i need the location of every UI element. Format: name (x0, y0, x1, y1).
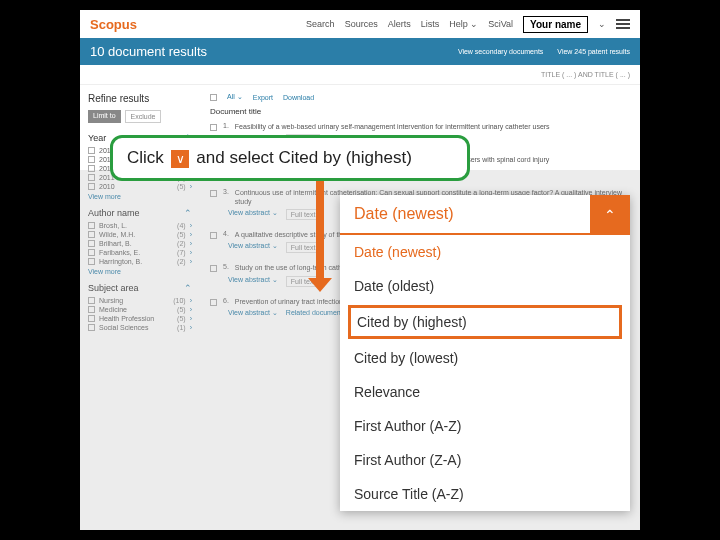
chevron-right-icon: › (190, 222, 192, 229)
doc-checkbox[interactable] (210, 124, 217, 131)
checkbox-icon[interactable] (88, 297, 95, 304)
sort-dropdown-title: Date (newest) (340, 195, 590, 235)
column-header-title: Document title (210, 107, 630, 116)
facet-subject-title[interactable]: Subject area (88, 283, 139, 293)
chevron-right-icon: › (190, 183, 192, 190)
view-abstract-link[interactable]: View abstract ⌄ (228, 209, 278, 220)
chevron-right-icon: › (190, 306, 192, 313)
checkbox-icon[interactable] (88, 258, 95, 265)
facet-author-title[interactable]: Author name (88, 208, 140, 218)
facet-subject-item[interactable]: Nursing(10)› (88, 297, 192, 304)
facet-subject-item[interactable]: Health Profession(5)› (88, 315, 192, 322)
view-abstract-link[interactable]: View abstract ⌄ (228, 276, 278, 287)
nav-sources[interactable]: Sources (345, 19, 378, 29)
select-all-checkbox[interactable] (210, 94, 217, 101)
doc-checkbox[interactable] (210, 299, 217, 306)
sort-option-cited-highest[interactable]: Cited by (highest) (348, 305, 622, 339)
sort-option-first-author-az[interactable]: First Author (A-Z) (340, 409, 630, 443)
brand-logo[interactable]: Scopus (90, 17, 137, 32)
instruction-callout: Click ∨ and select Cited by (highest) (110, 135, 470, 181)
facet-author-item[interactable]: Brilhart, B.(2)› (88, 240, 192, 247)
checkbox-icon[interactable] (88, 156, 95, 163)
facet-author-item[interactable]: Faribanks, E.(7)› (88, 249, 192, 256)
query-display: TITLE ( ... ) AND TITLE ( ... ) (80, 65, 640, 85)
limit-to-button[interactable]: Limit to (88, 110, 121, 123)
sort-option-source-title-az[interactable]: Source Title (A-Z) (340, 477, 630, 511)
facet-year-title[interactable]: Year (88, 133, 106, 143)
chevron-down-icon[interactable]: ⌄ (598, 19, 606, 29)
arrow-down-icon (316, 178, 324, 278)
checkbox-icon[interactable] (88, 249, 95, 256)
facet-author-item[interactable]: Wilde, M.H.(5)› (88, 231, 192, 238)
user-menu[interactable]: Your name (523, 16, 588, 33)
results-count-title: 10 document results (90, 44, 207, 59)
checkbox-icon[interactable] (88, 231, 95, 238)
doc-checkbox[interactable] (210, 232, 217, 239)
top-nav: Search Sources Alerts Lists Help ⌄ SciVa… (306, 16, 630, 33)
checkbox-icon[interactable] (88, 165, 95, 172)
chevron-right-icon: › (190, 315, 192, 322)
checkbox-icon[interactable] (88, 315, 95, 322)
facet-subject-item[interactable]: Medicine(5)› (88, 306, 192, 313)
view-more-link[interactable]: View more (88, 268, 192, 275)
chevron-down-icon: ∨ (171, 150, 189, 168)
view-abstract-link[interactable]: View abstract ⌄ (228, 242, 278, 253)
facet-author-item[interactable]: Harrington, B.(2)› (88, 258, 192, 265)
view-abstract-link[interactable]: View abstract ⌄ (228, 309, 278, 317)
checkbox-icon[interactable] (88, 147, 95, 154)
chevron-right-icon: › (190, 324, 192, 331)
chevron-right-icon: › (190, 231, 192, 238)
sort-dropdown[interactable]: Date (newest) ⌃ Date (newest) Date (olde… (340, 195, 630, 511)
nav-help[interactable]: Help ⌄ (449, 19, 478, 29)
chevron-right-icon: › (190, 240, 192, 247)
checkbox-icon[interactable] (88, 324, 95, 331)
export-link[interactable]: Export (253, 94, 273, 101)
facet-subject-item[interactable]: Social Sciences(1)› (88, 324, 192, 331)
download-link[interactable]: Download (283, 94, 314, 101)
facet-author-item[interactable]: Brosh, L.(4)› (88, 222, 192, 229)
exclude-button[interactable]: Exclude (125, 110, 162, 123)
nav-search[interactable]: Search (306, 19, 335, 29)
nav-lists[interactable]: Lists (421, 19, 440, 29)
checkbox-icon[interactable] (88, 222, 95, 229)
callout-text: Click ∨ and select Cited by (highest) (127, 148, 412, 168)
hamburger-icon[interactable] (616, 19, 630, 29)
sort-option-date-newest[interactable]: Date (newest) (340, 235, 630, 269)
sort-option-first-author-za[interactable]: First Author (Z-A) (340, 443, 630, 477)
checkbox-icon[interactable] (88, 183, 95, 190)
view-more-link[interactable]: View more (88, 193, 192, 200)
caret-up-icon[interactable]: ⌃ (184, 208, 192, 218)
chevron-up-icon: ⌃ (604, 207, 616, 223)
all-dropdown[interactable]: All ⌄ (227, 93, 243, 101)
nav-alerts[interactable]: Alerts (388, 19, 411, 29)
view-secondary-link[interactable]: View secondary documents (458, 48, 543, 55)
chevron-right-icon: › (190, 258, 192, 265)
doc-title[interactable]: Feasibility of a web-based urinary self-… (235, 122, 630, 131)
checkbox-icon[interactable] (88, 306, 95, 313)
sort-option-relevance[interactable]: Relevance (340, 375, 630, 409)
refine-sidebar: Refine results Limit to Exclude Year⌃ 20… (80, 85, 200, 341)
top-bar: Scopus Search Sources Alerts Lists Help … (80, 10, 640, 38)
checkbox-icon[interactable] (88, 174, 95, 181)
nav-scival[interactable]: SciVal (488, 19, 513, 29)
results-header-bar: 10 document results View secondary docum… (80, 38, 640, 65)
collapse-button[interactable]: ⌃ (590, 195, 630, 235)
related-link[interactable]: Related documents (286, 309, 346, 317)
doc-checkbox[interactable] (210, 265, 217, 272)
checkbox-icon[interactable] (88, 240, 95, 247)
refine-heading: Refine results (88, 93, 192, 104)
results-toolbar: All ⌄ Export Download (210, 93, 630, 101)
chevron-right-icon: › (190, 297, 192, 304)
doc-checkbox[interactable] (210, 190, 217, 197)
chevron-right-icon: › (190, 249, 192, 256)
view-patent-link[interactable]: View 245 patent results (557, 48, 630, 55)
sort-option-cited-lowest[interactable]: Cited by (lowest) (340, 341, 630, 375)
facet-year-item[interactable]: 2010(5)› (88, 183, 192, 190)
caret-up-icon[interactable]: ⌃ (184, 283, 192, 293)
sort-option-date-oldest[interactable]: Date (oldest) (340, 269, 630, 303)
